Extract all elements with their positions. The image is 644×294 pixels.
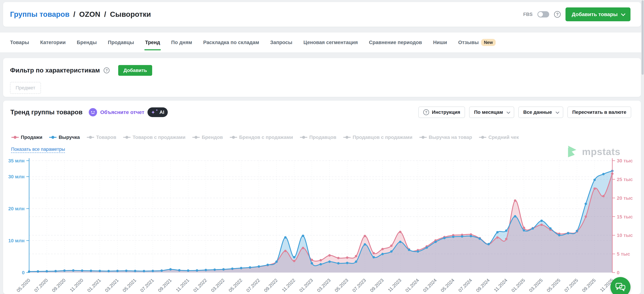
legend-item-9[interactable]: Выручка на товар	[419, 135, 472, 140]
page-scrollbar[interactable]	[641, 0, 644, 294]
tab-9[interactable]: Ценовая сегментация	[304, 32, 358, 52]
legend-item-3[interactable]: Товаров	[86, 135, 116, 140]
tab-3[interactable]: Бренды	[77, 32, 97, 52]
svg-text:30 млн: 30 млн	[8, 174, 24, 179]
svg-text:07.2022: 07.2022	[246, 278, 261, 293]
ai-explain-button[interactable]: Объясните отчет ✦✦ AI	[89, 107, 168, 117]
svg-text:10 тыс: 10 тыс	[617, 233, 633, 238]
sparkle-icon: ✦	[151, 109, 155, 115]
ai-explain-label: Объясните отчет	[100, 109, 144, 115]
legend-marker-icon	[343, 136, 351, 139]
period-dropdown[interactable]: По месяцам	[469, 107, 514, 118]
svg-text:11.2021: 11.2021	[175, 278, 190, 293]
instruction-help-icon: ?	[423, 109, 429, 115]
tab-label: Запросы	[270, 40, 292, 45]
sparkle-small-icon: ✦	[156, 108, 158, 112]
tab-label: Продавцы	[108, 40, 134, 45]
tab-2[interactable]: Категории	[40, 32, 66, 52]
svg-text:09.2020: 09.2020	[51, 278, 66, 293]
tab-label: Отзывы	[458, 40, 479, 45]
legend-item-4[interactable]: Товаров с продажами	[123, 135, 186, 140]
svg-text:09.2025: 09.2025	[581, 278, 597, 293]
filter-help-icon[interactable]: ?	[104, 67, 110, 73]
chevron-down-icon	[621, 11, 625, 16]
legend-label: Продажи	[21, 135, 42, 140]
tab-label: Сравнение периодов	[369, 40, 422, 45]
svg-text:20 млн: 20 млн	[8, 206, 24, 211]
breadcrumb-separator: /	[102, 10, 108, 18]
legend-marker-icon	[300, 136, 308, 139]
svg-text:25 тыс: 25 тыс	[617, 177, 633, 182]
legend-item-8[interactable]: Продавцов с продажами	[343, 135, 412, 140]
legend-label: Продавцов	[309, 135, 336, 140]
tab-label: Категории	[40, 40, 66, 45]
instruction-label: Инструкция	[432, 110, 460, 115]
tab-1[interactable]: Товары	[10, 32, 29, 52]
legend-marker-icon	[123, 136, 131, 139]
breadcrumb-groups-link[interactable]: Группы товаров	[10, 10, 70, 18]
tab-label: Бренды	[77, 40, 97, 45]
svg-text:11.2020: 11.2020	[69, 278, 84, 293]
svg-text:01.2021: 01.2021	[86, 278, 102, 293]
fbs-toggle[interactable]	[538, 11, 549, 17]
tab-label: По дням	[171, 40, 192, 45]
filter-add-button[interactable]: Добавить	[118, 65, 152, 76]
tab-10[interactable]: Сравнение периодов	[369, 32, 422, 52]
page-header: Группы товаров / OZON / Сыворотки FBS ? …	[3, 2, 641, 27]
legend-marker-icon	[86, 136, 94, 139]
add-products-button[interactable]: Добавить товары	[566, 7, 630, 21]
fbs-help-icon[interactable]: ?	[554, 11, 561, 18]
tab-6[interactable]: По дням	[171, 32, 192, 52]
tab-label: Тренд	[145, 40, 160, 45]
legend-label: Средний чек	[488, 135, 519, 140]
trend-chart[interactable]: 010 млн20 млн30 млн35 млн05 тыс10 тыс15 …	[3, 152, 641, 294]
legend-label: Товаров с продажами	[132, 135, 186, 140]
legend-item-1[interactable]: Продажи	[11, 135, 42, 140]
svg-text:07.2021: 07.2021	[139, 278, 155, 293]
breadcrumb-group-name: Сыворотки	[110, 10, 151, 18]
chevron-down-icon	[556, 110, 559, 114]
legend-item-2[interactable]: Выручка	[49, 135, 80, 140]
legend-marker-icon	[419, 136, 427, 139]
svg-text:05.2024: 05.2024	[440, 278, 455, 293]
tab-12[interactable]: ОтзывыNew	[458, 32, 496, 52]
ai-badge-label: AI	[160, 110, 164, 115]
legend-label: Выручка на товар	[429, 135, 472, 140]
legend-item-6[interactable]: Брендов с продажами	[230, 135, 293, 140]
chat-bubbles-icon	[615, 282, 626, 292]
tab-4[interactable]: Продавцы	[108, 32, 134, 52]
svg-text:09.2021: 09.2021	[157, 278, 172, 293]
currency-recalc-button[interactable]: Пересчитать в валюте	[568, 107, 631, 118]
svg-text:0: 0	[22, 270, 24, 275]
fbs-toggle-knob	[538, 12, 543, 17]
legend-item-5[interactable]: Брендов	[192, 135, 223, 140]
svg-text:03.2024: 03.2024	[422, 278, 438, 293]
subject-filter-chip[interactable]: Предмет	[10, 82, 41, 94]
trend-title: Тренд группы товаров	[10, 109, 82, 116]
svg-text:05.2022: 05.2022	[228, 278, 243, 293]
instruction-button[interactable]: ? Инструкция	[418, 107, 465, 118]
svg-text:01.2023: 01.2023	[298, 278, 314, 293]
svg-text:0: 0	[617, 270, 620, 275]
svg-text:11.2024: 11.2024	[493, 278, 508, 293]
svg-text:11.2023: 11.2023	[387, 278, 402, 293]
legend-item-10[interactable]: Средний чек	[479, 135, 519, 140]
data-range-dropdown[interactable]: Все данные	[518, 107, 563, 118]
legend-label: Товаров	[96, 135, 116, 140]
svg-text:05.2020: 05.2020	[16, 278, 31, 293]
svg-text:5 тыс: 5 тыс	[617, 251, 630, 257]
scrollbar-thumb[interactable]	[642, 0, 644, 75]
legend-item-7[interactable]: Продавцов	[300, 135, 336, 140]
legend-marker-icon	[192, 136, 200, 139]
tab-11[interactable]: Ниши	[433, 32, 447, 52]
legend-marker-icon	[11, 136, 19, 139]
tab-label: Ценовая сегментация	[304, 40, 358, 45]
svg-text:01.2025: 01.2025	[510, 278, 526, 293]
currency-recalc-label: Пересчитать в валюте	[572, 110, 626, 115]
data-range-value: Все данные	[523, 110, 552, 115]
svg-text:01.2024: 01.2024	[404, 278, 420, 293]
tab-7[interactable]: Раскладка по складам	[203, 32, 259, 52]
tab-8[interactable]: Запросы	[270, 32, 292, 52]
tab-5[interactable]: Тренд	[145, 32, 160, 52]
svg-text:03.2021: 03.2021	[104, 278, 120, 293]
